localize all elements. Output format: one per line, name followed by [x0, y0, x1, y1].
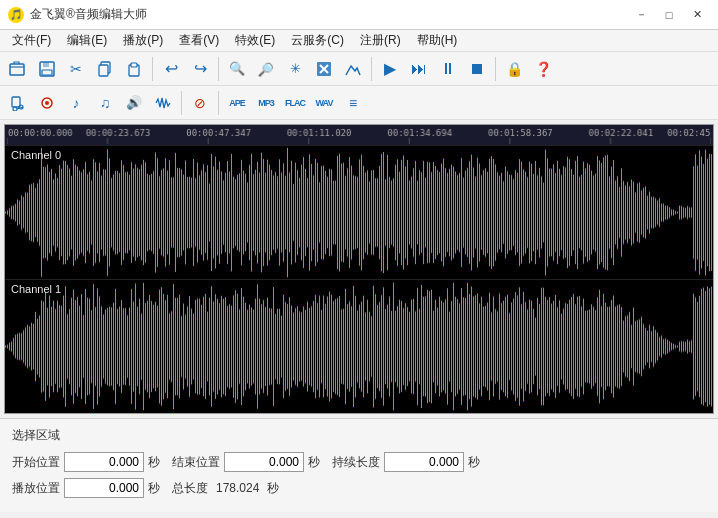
menu-view[interactable]: 查看(V): [171, 30, 227, 52]
start-position-label: 开始位置: [12, 454, 60, 471]
title-bar: 🎵 金飞翼®音频编辑大师 － □ ✕: [0, 0, 718, 30]
start-position-unit: 秒: [148, 454, 160, 471]
menu-help[interactable]: 帮助(H): [409, 30, 466, 52]
help-button[interactable]: ❓: [529, 55, 557, 83]
no-entry-button[interactable]: ⊘: [186, 89, 214, 117]
svg-rect-7: [131, 63, 137, 67]
waveform-canvas-1: [5, 280, 713, 413]
separator-3: [371, 57, 372, 81]
duration-group: 持续长度 秒: [332, 452, 480, 472]
svg-rect-3: [42, 70, 52, 75]
fields-row-2: 播放位置 秒 总长度 178.024 秒: [12, 478, 706, 498]
channel-0-label: Channel 0: [11, 149, 61, 161]
bottom-panel: 选择区域 开始位置 秒 结束位置 秒 持续长度 秒 播放位置 秒 总长度 178…: [0, 418, 718, 512]
cut-button[interactable]: ✂: [62, 55, 90, 83]
end-position-label: 结束位置: [172, 454, 220, 471]
menu-file[interactable]: 文件(F): [4, 30, 59, 52]
separator-5: [181, 91, 182, 115]
timeline: [5, 125, 713, 145]
delete-button[interactable]: [310, 55, 338, 83]
copy-button[interactable]: [91, 55, 119, 83]
end-position-input[interactable]: [224, 452, 304, 472]
separator-4: [495, 57, 496, 81]
flac-button[interactable]: FLAC: [281, 89, 309, 117]
special1-button[interactable]: ✳: [281, 55, 309, 83]
end-position-group: 结束位置 秒: [172, 452, 320, 472]
svg-point-12: [13, 107, 17, 111]
record-button[interactable]: [33, 89, 61, 117]
duration-unit: 秒: [468, 454, 480, 471]
duration-label: 持续长度: [332, 454, 380, 471]
lock-button[interactable]: 🔒: [500, 55, 528, 83]
start-position-group: 开始位置 秒: [12, 452, 160, 472]
toolbar-2: ♪ ♫ 🔊 ⊘ APE MP3 FLAC WAV ≡: [0, 86, 718, 120]
notes-button[interactable]: ♫: [91, 89, 119, 117]
menu-play[interactable]: 播放(P): [115, 30, 171, 52]
minimize-button[interactable]: －: [628, 4, 654, 26]
separator-2: [218, 57, 219, 81]
mountain-button[interactable]: [339, 55, 367, 83]
redo-button[interactable]: ↪: [186, 55, 214, 83]
waveform-button[interactable]: [149, 89, 177, 117]
open-button[interactable]: [4, 55, 32, 83]
undo-button[interactable]: ↩: [157, 55, 185, 83]
separator-6: [218, 91, 219, 115]
save-button[interactable]: [33, 55, 61, 83]
channel-0: Channel 0: [5, 145, 713, 279]
menu-cloud[interactable]: 云服务(C): [283, 30, 352, 52]
mp3-button[interactable]: MP3: [252, 89, 280, 117]
timeline-canvas: [7, 126, 711, 144]
total-length-unit: 秒: [267, 480, 279, 497]
menu-effects[interactable]: 特效(E): [227, 30, 283, 52]
total-length-group: 总长度 178.024 秒: [172, 480, 279, 497]
fields-row-1: 开始位置 秒 结束位置 秒 持续长度 秒: [12, 452, 706, 472]
section-title: 选择区域: [12, 427, 706, 444]
app-title: 金飞翼®音频编辑大师: [30, 6, 147, 23]
play-button[interactable]: ▶: [376, 55, 404, 83]
wav-button[interactable]: WAV: [310, 89, 338, 117]
list-button[interactable]: ≡: [339, 89, 367, 117]
waveform-container: Channel 0 Channel 1: [4, 124, 714, 414]
play-return-button[interactable]: ⏭: [405, 55, 433, 83]
svg-point-16: [45, 101, 49, 105]
zoom-in-button[interactable]: 🔍: [223, 55, 251, 83]
window-controls: － □ ✕: [628, 4, 710, 26]
total-length-label: 总长度: [172, 480, 208, 497]
menu-edit[interactable]: 编辑(E): [59, 30, 115, 52]
menu-bar: 文件(F) 编辑(E) 播放(P) 查看(V) 特效(E) 云服务(C) 注册(…: [0, 30, 718, 52]
zoom-out-button[interactable]: 🔍: [252, 55, 280, 83]
playback-position-group: 播放位置 秒: [12, 478, 160, 498]
close-button[interactable]: ✕: [684, 4, 710, 26]
svg-rect-2: [43, 62, 49, 67]
volume-button[interactable]: 🔊: [120, 89, 148, 117]
channel-1: Channel 1: [5, 279, 713, 413]
total-length-value: 178.024: [216, 481, 259, 495]
channel-1-label: Channel 1: [11, 283, 61, 295]
app-icon: 🎵: [8, 7, 24, 23]
svg-rect-11: [12, 97, 20, 107]
end-position-unit: 秒: [308, 454, 320, 471]
playback-position-input[interactable]: [64, 478, 144, 498]
playback-position-unit: 秒: [148, 480, 160, 497]
waveform-canvas-0: [5, 146, 713, 279]
playback-position-label: 播放位置: [12, 480, 60, 497]
svg-rect-0: [10, 64, 24, 75]
svg-rect-5: [99, 65, 108, 76]
title-left: 🎵 金飞翼®音频编辑大师: [8, 6, 147, 23]
separator-1: [152, 57, 153, 81]
pause-button[interactable]: ⏸: [434, 55, 462, 83]
toolbar-1: ✂ ↩ ↪ 🔍 🔍 ✳ ▶ ⏭ ⏸ ⏹ 🔒 ❓: [0, 52, 718, 86]
start-position-input[interactable]: [64, 452, 144, 472]
music-note-button[interactable]: ♪: [62, 89, 90, 117]
ape-button[interactable]: APE: [223, 89, 251, 117]
paste-button[interactable]: [120, 55, 148, 83]
stop-button[interactable]: ⏹: [463, 55, 491, 83]
restore-button[interactable]: □: [656, 4, 682, 26]
duration-input[interactable]: [384, 452, 464, 472]
menu-register[interactable]: 注册(R): [352, 30, 409, 52]
new-audio-button[interactable]: [4, 89, 32, 117]
channel-area: Channel 0 Channel 1: [5, 145, 713, 413]
